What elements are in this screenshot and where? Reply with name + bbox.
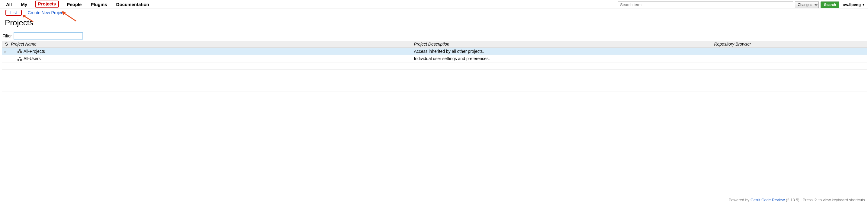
- row-state-cell: [2, 69, 9, 77]
- row-marker-icon: ▷: [4, 50, 7, 54]
- main-tabs: AllMyProjectsPeoplePluginsDocumentation: [5, 1, 150, 8]
- user-name: xw.lipeng: [843, 2, 861, 7]
- col-header-repo: Repository Browser: [712, 41, 867, 48]
- table-row[interactable]: All-UsersIndividual user settings and pr…: [2, 55, 867, 62]
- main-tab-plugins[interactable]: Plugins: [89, 1, 108, 8]
- main-tab-projects[interactable]: Projects: [35, 1, 59, 7]
- row-name-cell: [9, 69, 412, 77]
- col-header-state: S: [2, 41, 9, 48]
- search-scope-select[interactable]: Changes: [795, 1, 819, 8]
- row-state-cell: [2, 62, 9, 69]
- filter-row: Filter: [2, 32, 868, 39]
- page-title: Projects: [5, 18, 868, 28]
- row-desc-cell: [412, 77, 712, 84]
- row-repo-cell: [712, 69, 867, 77]
- col-header-desc: Project Description: [412, 41, 712, 48]
- project-icon: [18, 57, 22, 61]
- main-tab-all[interactable]: All: [5, 1, 13, 8]
- project-icon: [18, 49, 22, 54]
- row-repo-cell: [712, 48, 867, 55]
- main-tab-people[interactable]: People: [65, 1, 83, 8]
- main-tab-my[interactable]: My: [20, 1, 28, 8]
- table-row: [2, 69, 867, 77]
- top-search-area: Changes Search xw.lipeng ▼: [618, 1, 865, 8]
- sub-tabs: ListCreate New Project: [0, 8, 868, 16]
- user-menu[interactable]: xw.lipeng ▼: [843, 2, 865, 7]
- main-tab-documentation[interactable]: Documentation: [115, 1, 150, 8]
- sub-tab-list[interactable]: List: [5, 10, 22, 16]
- row-name-cell: All-Users: [9, 55, 412, 62]
- col-header-name: Project Name: [9, 41, 412, 48]
- row-desc-cell: [412, 62, 712, 69]
- footer-link[interactable]: Gerrit Code Review: [750, 198, 785, 202]
- sub-tab-create-new-project[interactable]: Create New Project: [25, 10, 67, 16]
- footer-version: (2.13.5) | Press '?' to view keyboard sh…: [786, 198, 865, 202]
- row-repo-cell: [712, 77, 867, 84]
- table-row: [2, 84, 867, 91]
- row-desc-cell: Access inherited by all other projects.: [412, 48, 712, 55]
- row-state-cell: [2, 55, 9, 62]
- row-desc-cell: Individual user settings and preferences…: [412, 55, 712, 62]
- row-state-cell: ▷: [2, 48, 9, 55]
- row-name-cell: All-Projects: [9, 48, 412, 55]
- search-button[interactable]: Search: [820, 1, 839, 8]
- row-repo-cell: [712, 62, 867, 69]
- row-repo-cell: [712, 55, 867, 62]
- project-name[interactable]: All-Projects: [24, 49, 45, 54]
- row-name-cell: [9, 77, 412, 84]
- table-row: [2, 62, 867, 69]
- row-name-cell: [9, 84, 412, 91]
- table-row[interactable]: ▷All-ProjectsAccess inherited by all oth…: [2, 48, 867, 55]
- filter-label: Filter: [2, 34, 12, 38]
- projects-table: S Project Name Project Description Repos…: [2, 41, 867, 92]
- row-desc-cell: [412, 84, 712, 91]
- project-name[interactable]: All-Users: [24, 57, 41, 61]
- chevron-down-icon: ▼: [862, 3, 865, 6]
- row-state-cell: [2, 77, 9, 84]
- row-desc-cell: [412, 69, 712, 77]
- footer-prefix: Powered by: [729, 198, 750, 202]
- row-state-cell: [2, 84, 9, 91]
- search-input[interactable]: [618, 1, 793, 8]
- row-repo-cell: [712, 84, 867, 91]
- row-name-cell: [9, 62, 412, 69]
- footer: Powered by Gerrit Code Review (2.13.5) |…: [729, 198, 865, 202]
- filter-input[interactable]: [13, 32, 83, 39]
- table-row: [2, 77, 867, 84]
